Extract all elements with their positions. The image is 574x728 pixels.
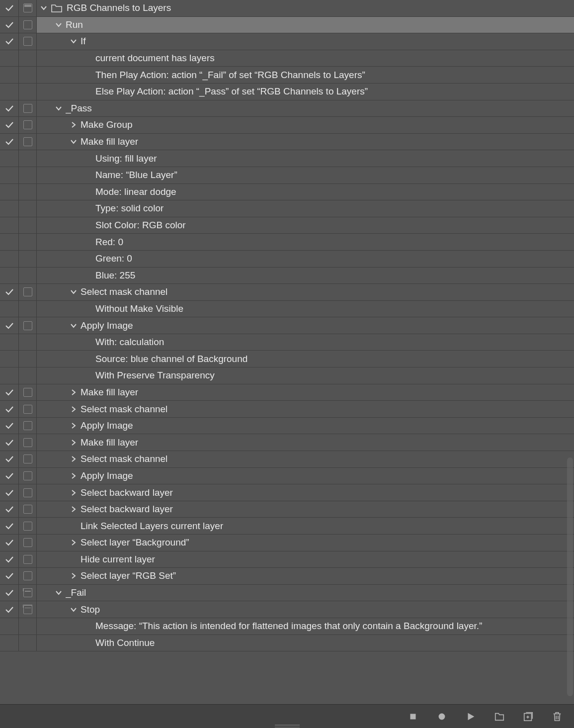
- row-content: Select layer “Background”: [37, 535, 574, 551]
- toggle-dialog[interactable]: [19, 100, 37, 117]
- toggle-dialog[interactable]: [19, 17, 37, 33]
- chevron-right-icon[interactable]: [67, 489, 81, 496]
- action-step[interactable]: Select backward layer: [0, 484, 574, 501]
- chevron-down-icon[interactable]: [52, 589, 66, 596]
- chevron-right-icon[interactable]: [67, 539, 81, 546]
- action-step[interactable]: Apply Image: [0, 317, 574, 334]
- action-step[interactable]: Make Group: [0, 117, 574, 134]
- toggle-dialog[interactable]: [19, 134, 37, 150]
- stop-button[interactable]: [407, 711, 419, 723]
- toggle-dialog[interactable]: [19, 518, 37, 534]
- action-step[interactable]: Select backward layer: [0, 501, 574, 518]
- toggle-check[interactable]: [0, 134, 19, 150]
- toggle-dialog[interactable]: [19, 468, 37, 484]
- toggle-dialog: [19, 618, 37, 635]
- action-step[interactable]: Hide current layer: [0, 551, 574, 568]
- toggle-check[interactable]: [0, 401, 19, 417]
- toggle-dialog[interactable]: [19, 601, 37, 618]
- action-step[interactable]: Select mask channel: [0, 451, 574, 468]
- chevron-right-icon[interactable]: [67, 439, 81, 446]
- chevron-right-icon[interactable]: [67, 506, 81, 513]
- action-step[interactable]: Select mask channel: [0, 401, 574, 418]
- toggle-check[interactable]: [0, 33, 19, 50]
- toggle-dialog[interactable]: [19, 284, 37, 300]
- dialog-off-icon: [23, 137, 32, 146]
- toggle-check[interactable]: [0, 518, 19, 534]
- toggle-dialog[interactable]: [19, 401, 37, 417]
- action-step[interactable]: Make fill layer: [0, 134, 574, 151]
- new-set-button[interactable]: [493, 711, 505, 723]
- row-content: Using: fill layer: [37, 150, 574, 167]
- chevron-right-icon[interactable]: [67, 572, 81, 579]
- toggle-check[interactable]: [0, 418, 19, 434]
- chevron-down-icon[interactable]: [67, 138, 81, 145]
- chevron-down-icon[interactable]: [37, 4, 51, 11]
- resize-grip[interactable]: [275, 725, 300, 728]
- toggle-check[interactable]: [0, 434, 19, 451]
- action-step[interactable]: Apply Image: [0, 468, 574, 485]
- toggle-dialog[interactable]: [19, 501, 37, 518]
- delete-button[interactable]: [551, 711, 563, 723]
- toggle-dialog[interactable]: [19, 551, 37, 568]
- chevron-down-icon[interactable]: [67, 606, 81, 613]
- record-button[interactable]: [436, 711, 448, 723]
- chevron-right-icon[interactable]: [67, 472, 81, 479]
- toggle-dialog[interactable]: [19, 33, 37, 50]
- chevron-right-icon[interactable]: [67, 389, 81, 396]
- toggle-check[interactable]: [0, 17, 19, 33]
- action-step[interactable]: Make fill layer: [0, 434, 574, 451]
- chevron-down-icon[interactable]: [67, 322, 81, 329]
- chevron-down-icon[interactable]: [67, 288, 81, 295]
- toggle-check[interactable]: [0, 384, 19, 401]
- scrollbar-thumb[interactable]: [567, 457, 573, 696]
- action-step[interactable]: If: [0, 33, 574, 50]
- toggle-check[interactable]: [0, 117, 19, 133]
- action-step[interactable]: Stop: [0, 601, 574, 618]
- toggle-dialog[interactable]: [19, 317, 37, 334]
- toggle-check[interactable]: [0, 585, 19, 601]
- toggle-check[interactable]: [0, 501, 19, 518]
- toggle-dialog[interactable]: [19, 384, 37, 401]
- toggle-check[interactable]: [0, 0, 19, 16]
- action-item[interactable]: _Fail: [0, 585, 574, 602]
- toggle-check[interactable]: [0, 317, 19, 334]
- toggle-dialog[interactable]: [19, 418, 37, 434]
- chevron-right-icon[interactable]: [67, 406, 81, 413]
- toggle-dialog[interactable]: [19, 0, 37, 16]
- toggle-dialog[interactable]: [19, 568, 37, 584]
- toggle-check[interactable]: [0, 535, 19, 551]
- new-action-button[interactable]: [522, 711, 534, 723]
- toggle-check[interactable]: [0, 551, 19, 568]
- chevron-right-icon[interactable]: [67, 422, 81, 429]
- action-step[interactable]: Apply Image: [0, 418, 574, 435]
- toggle-dialog[interactable]: [19, 585, 37, 601]
- action-step[interactable]: Link Selected Layers current layer: [0, 518, 574, 535]
- toggle-dialog[interactable]: [19, 484, 37, 501]
- action-item[interactable]: _Pass: [0, 100, 574, 117]
- toggle-dialog[interactable]: [19, 535, 37, 551]
- toggle-check[interactable]: [0, 451, 19, 467]
- toggle-check[interactable]: [0, 484, 19, 501]
- play-button[interactable]: [465, 711, 477, 723]
- toggle-check[interactable]: [0, 100, 19, 117]
- toggle-dialog[interactable]: [19, 117, 37, 133]
- toggle-check[interactable]: [0, 568, 19, 584]
- toggle-check[interactable]: [0, 468, 19, 484]
- chevron-down-icon[interactable]: [52, 21, 66, 28]
- action-item[interactable]: Run: [0, 17, 574, 34]
- chevron-down-icon[interactable]: [52, 105, 66, 112]
- chevron-right-icon[interactable]: [67, 455, 81, 462]
- action-set[interactable]: RGB Channels to Layers: [0, 0, 574, 17]
- toggle-check[interactable]: [0, 601, 19, 618]
- toggle-check[interactable]: [0, 284, 19, 300]
- chevron-down-icon[interactable]: [67, 38, 81, 45]
- toggle-dialog[interactable]: [19, 451, 37, 467]
- checkmark-icon: [5, 121, 14, 128]
- action-step[interactable]: Select layer “Background”: [0, 535, 574, 551]
- chevron-right-icon[interactable]: [67, 121, 81, 128]
- action-step[interactable]: Select mask channel: [0, 284, 574, 301]
- actions-panel: RGB Channels to LayersRunIfcurrent docum…: [0, 0, 574, 728]
- toggle-dialog[interactable]: [19, 434, 37, 451]
- action-step[interactable]: Select layer “RGB Set”: [0, 568, 574, 585]
- action-step[interactable]: Make fill layer: [0, 384, 574, 401]
